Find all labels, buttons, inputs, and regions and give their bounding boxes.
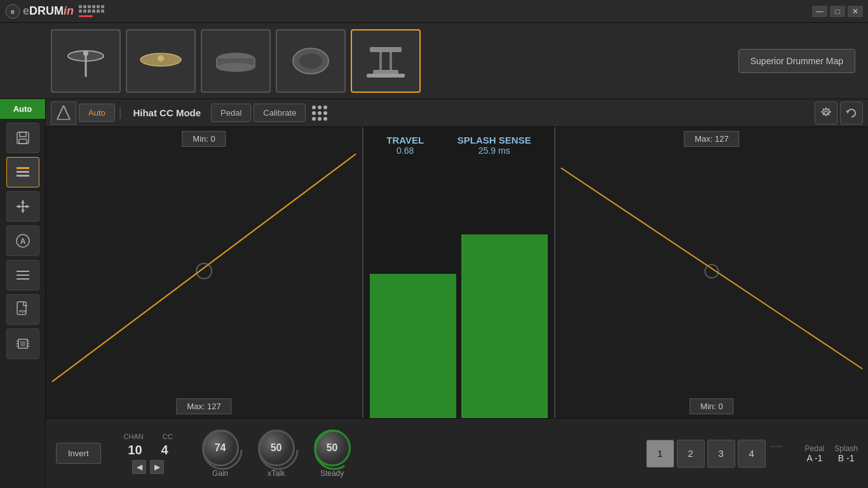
pedal-item: Pedal A -1 — [805, 444, 825, 463]
xtalk-knob[interactable]: 50 — [258, 430, 295, 466]
gain-arc — [201, 429, 243, 471]
tab-hihat-cc-mode: Hihat CC Mode — [125, 107, 208, 118]
right-max-label: Max: 127 — [684, 131, 739, 147]
svg-text:e: e — [11, 8, 15, 15]
svg-line-50 — [64, 105, 70, 119]
left-curve-panel: Min: 0 Max: 127 — [46, 127, 363, 418]
dots-icon[interactable] — [312, 105, 327, 121]
splash-value: 25.9 ms — [478, 146, 510, 156]
cymbal-icon — [135, 42, 186, 80]
svg-point-16 — [299, 53, 322, 69]
instrument-hihat-pedal[interactable] — [351, 29, 421, 93]
pedal-splash-row: Pedal A -1 Splash B -1 — [805, 444, 858, 463]
svg-text:PDF: PDF — [19, 309, 27, 313]
svg-rect-21 — [367, 74, 405, 78]
green-bar-right — [461, 234, 548, 418]
num-button-1[interactable]: 1 — [646, 440, 674, 468]
svg-rect-18 — [379, 52, 382, 71]
num-button-4[interactable]: 4 — [738, 440, 766, 468]
svg-rect-27 — [17, 175, 29, 177]
svg-point-5 — [83, 51, 88, 56]
title-bar: e eDRUMin — [0, 0, 868, 23]
content-area: Auto | Hihat CC Mode Pedal Calibrate — [46, 99, 868, 488]
num-buttons: 1 2 3 4 --- — [646, 440, 785, 468]
sidebar-chip-icon[interactable] — [6, 329, 39, 359]
right-curve-svg — [555, 127, 868, 418]
invert-button[interactable]: Invert — [56, 443, 101, 464]
instrument-snare[interactable] — [201, 29, 271, 93]
num-button-2[interactable]: 2 — [677, 440, 705, 468]
bar-right — [461, 156, 548, 418]
hihat-tab-icon[interactable] — [51, 102, 76, 125]
superior-drummer-button[interactable]: Superior Drummer Map — [738, 49, 855, 73]
svg-marker-33 — [26, 205, 29, 208]
svg-point-55 — [196, 264, 212, 279]
svg-line-54 — [52, 154, 356, 382]
sidebar-menu-icon[interactable] — [6, 260, 39, 290]
left-min-label: Min: 0 — [182, 131, 226, 147]
reset-icon[interactable] — [840, 102, 863, 125]
chan-next-button[interactable]: ▶ — [150, 460, 164, 474]
svg-marker-31 — [21, 210, 25, 213]
steady-knob[interactable]: 50 — [314, 430, 351, 466]
app-logo: e eDRUMin — [5, 4, 104, 19]
right-curve-panel: Max: 127 Min: 0 — [554, 127, 868, 418]
left-max-label: Max: 127 — [176, 398, 231, 414]
viz-area: Min: 0 Max: 127 TRAVEL 0.68 SP — [46, 127, 868, 418]
pedal-value: A -1 — [806, 453, 822, 463]
logo-text: eDRUMin — [23, 4, 74, 18]
auto-button[interactable]: Auto — [0, 99, 45, 119]
logo-dots — [79, 5, 104, 17]
splash-section: SPLASH SENSE 25.9 ms — [458, 135, 531, 156]
knobs-section: 74 Gain 50 xTalk — [202, 430, 351, 478]
minimize-button[interactable]: — — [812, 6, 827, 17]
window-controls[interactable]: — □ ✕ — [812, 6, 863, 17]
cc-label: CC — [163, 433, 173, 440]
tab-auto[interactable]: Auto — [79, 104, 115, 122]
center-bars-panel: TRAVEL 0.68 SPLASH SENSE 25.9 ms — [363, 127, 554, 418]
svg-point-60 — [315, 431, 353, 469]
kick-icon — [285, 42, 336, 80]
close-button[interactable]: ✕ — [848, 6, 863, 17]
sidebar-move-icon[interactable] — [6, 191, 39, 222]
tab-calibrate[interactable]: Calibrate — [254, 104, 306, 122]
svg-point-57 — [705, 264, 718, 278]
chan-cc-arrows: ◀ ▶ — [132, 460, 164, 474]
instrument-kick[interactable] — [276, 29, 346, 93]
svg-rect-19 — [390, 52, 392, 71]
left-curve-svg — [46, 127, 362, 418]
svg-marker-30 — [21, 200, 25, 203]
app-icon: e — [5, 4, 20, 19]
hihat-pedal-icon — [360, 42, 411, 80]
svg-line-49 — [57, 105, 64, 119]
travel-section: TRAVEL 0.68 — [386, 135, 424, 156]
steady-knob-group: 50 Steady — [314, 430, 351, 478]
instrument-hihat-cymbal[interactable] — [51, 29, 121, 93]
num-button-3[interactable]: 3 — [707, 440, 735, 468]
gain-knob[interactable]: 74 — [202, 430, 239, 466]
green-bar-left — [370, 274, 456, 418]
splash-label: SPLASH SENSE — [458, 135, 531, 146]
svg-line-56 — [561, 168, 862, 369]
svg-rect-24 — [19, 139, 27, 144]
maximize-button[interactable]: □ — [830, 6, 845, 17]
travel-label: TRAVEL — [386, 135, 424, 146]
svg-rect-17 — [370, 47, 402, 52]
instrument-cymbal[interactable] — [126, 29, 196, 93]
sidebar-list-icon[interactable] — [6, 157, 39, 187]
bar-left — [370, 156, 456, 418]
chan-label: CHAN — [124, 433, 144, 440]
settings-icon[interactable] — [815, 102, 837, 125]
steady-arc — [313, 429, 355, 471]
svg-rect-26 — [17, 171, 29, 173]
sidebar-pdf-icon[interactable]: PDF — [6, 294, 39, 325]
svg-rect-23 — [20, 132, 26, 137]
sidebar-a-icon[interactable]: A — [6, 226, 39, 256]
sidebar-save-icon[interactable] — [6, 123, 39, 153]
tab-pedal[interactable]: Pedal — [211, 104, 251, 122]
svg-point-8 — [158, 55, 164, 62]
chan-prev-button[interactable]: ◀ — [132, 460, 146, 474]
gain-knob-group: 74 Gain — [202, 430, 239, 478]
right-min-label: Min: 0 — [689, 398, 733, 414]
tab-bar: Auto | Hihat CC Mode Pedal Calibrate — [46, 99, 868, 127]
